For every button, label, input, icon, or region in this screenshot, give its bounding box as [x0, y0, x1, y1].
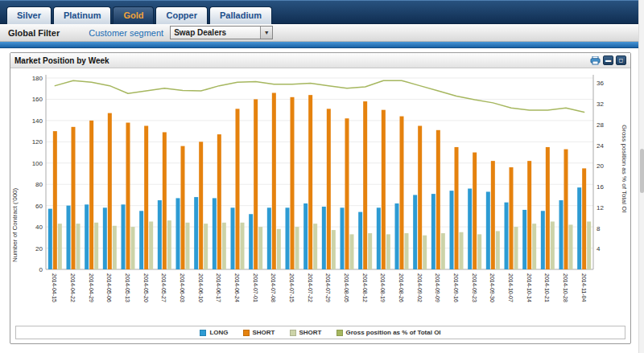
- svg-text:28: 28: [597, 121, 604, 129]
- svg-text:32: 32: [597, 101, 604, 108]
- tab-gold[interactable]: Gold: [113, 6, 154, 24]
- svg-text:2014-06-24: 2014-06-24: [234, 273, 240, 302]
- legend-label: Gross position as % of Total OI: [346, 329, 441, 336]
- svg-text:2014-11-04: 2014-11-04: [581, 273, 587, 302]
- customer-segment-label: Customer segment: [89, 28, 163, 38]
- svg-text:80: 80: [35, 181, 43, 188]
- panel-header: Market Position by Week ▬ ◻: [10, 53, 630, 68]
- svg-text:8: 8: [597, 225, 601, 232]
- svg-text:60: 60: [35, 203, 43, 210]
- svg-text:2014-09-02: 2014-09-02: [417, 273, 423, 302]
- svg-text:0: 0: [39, 266, 43, 273]
- legend-item: Gross position as % of Total OI: [336, 329, 441, 336]
- customer-segment-dropdown[interactable]: Swap Dealers ▼: [170, 26, 273, 39]
- global-filter-bar: Global Filter Customer segment Swap Deal…: [0, 24, 644, 42]
- market-chart-svg[interactable]: 0204060801001201401601804812162024283236…: [22, 70, 617, 324]
- legend-item: LONG: [200, 329, 228, 336]
- svg-text:2014-05-20: 2014-05-20: [143, 273, 149, 302]
- svg-text:2014-05-06: 2014-05-06: [106, 273, 112, 302]
- scrollbar[interactable]: [638, 0, 644, 353]
- tab-copper[interactable]: Copper: [155, 6, 208, 24]
- svg-text:140: 140: [32, 117, 43, 125]
- chart-area: Number of Contract ('000) 02040608010012…: [10, 68, 630, 324]
- legend-swatch: [336, 330, 343, 336]
- tab-silver[interactable]: Silver: [6, 6, 52, 24]
- legend-item: SHORT: [243, 329, 275, 336]
- tab-platinum[interactable]: Platinum: [53, 6, 111, 24]
- svg-text:120: 120: [32, 138, 43, 146]
- svg-text:180: 180: [32, 75, 43, 82]
- legend-label: LONG: [209, 329, 228, 336]
- svg-text:2014-04-15: 2014-04-15: [52, 273, 57, 302]
- svg-text:24: 24: [597, 142, 604, 150]
- left-axis-title: Number of Contract ('000): [11, 70, 22, 324]
- svg-text:100: 100: [32, 160, 43, 167]
- scrollbar-thumb[interactable]: [640, 149, 644, 193]
- chevron-down-icon[interactable]: ▼: [260, 27, 272, 39]
- svg-text:2014-08-19: 2014-08-19: [380, 273, 386, 302]
- svg-text:2014-06-03: 2014-06-03: [180, 273, 185, 302]
- svg-text:20: 20: [35, 245, 43, 252]
- svg-text:2014-09-16: 2014-09-16: [453, 273, 459, 302]
- svg-text:2014-09-30: 2014-09-30: [489, 273, 495, 302]
- svg-text:2014-10-14: 2014-10-14: [526, 273, 532, 302]
- legend-item: SHORT: [290, 329, 322, 336]
- right-axis-title: Gross position as % of Total OI: [617, 70, 628, 324]
- svg-text:2014-07-22: 2014-07-22: [308, 273, 313, 302]
- svg-text:20: 20: [597, 162, 604, 170]
- svg-text:40: 40: [35, 224, 43, 231]
- svg-text:2014-07-15: 2014-07-15: [289, 273, 295, 302]
- print-icon[interactable]: [589, 55, 601, 65]
- legend-label: SHORT: [253, 329, 275, 336]
- accent-bar: [0, 42, 644, 48]
- svg-text:2014-04-22: 2014-04-22: [70, 273, 76, 302]
- svg-text:2014-04-29: 2014-04-29: [89, 273, 94, 302]
- svg-text:2014-09-09: 2014-09-09: [435, 273, 440, 302]
- global-filter-title: Global Filter: [8, 28, 60, 38]
- svg-text:2014-06-17: 2014-06-17: [216, 273, 221, 302]
- legend-label: SHORT: [299, 329, 322, 336]
- legend-swatch: [200, 330, 206, 336]
- svg-text:2014-08-26: 2014-08-26: [398, 273, 404, 302]
- svg-text:2014-07-08: 2014-07-08: [270, 273, 276, 302]
- market-position-panel: Market Position by Week ▬ ◻ Number of Co…: [10, 52, 631, 344]
- svg-text:2014-10-07: 2014-10-07: [508, 273, 514, 302]
- legend-swatch: [243, 330, 250, 336]
- svg-text:2014-05-27: 2014-05-27: [161, 273, 167, 302]
- svg-text:2014-08-05: 2014-08-05: [344, 273, 349, 302]
- svg-text:16: 16: [597, 183, 604, 191]
- maximize-icon[interactable]: ◻: [616, 55, 626, 65]
- svg-text:2014-09-23: 2014-09-23: [472, 273, 477, 302]
- tab-bar: SilverPlatinumGoldCopperPalladium: [0, 0, 644, 24]
- svg-text:2014-08-12: 2014-08-12: [362, 273, 368, 302]
- svg-text:2014-07-29: 2014-07-29: [325, 273, 331, 302]
- tab-palladium[interactable]: Palladium: [209, 6, 272, 24]
- svg-text:36: 36: [597, 80, 604, 87]
- svg-text:4: 4: [597, 245, 601, 252]
- svg-text:2014-10-28: 2014-10-28: [563, 273, 568, 302]
- panel-window-buttons: ▬ ◻: [589, 55, 626, 65]
- svg-text:2014-06-10: 2014-06-10: [198, 273, 204, 302]
- svg-text:2014-05-13: 2014-05-13: [125, 273, 130, 302]
- svg-text:12: 12: [597, 204, 604, 211]
- legend-swatch: [290, 330, 296, 336]
- chart-legend: LONGSHORTSHORTGross position as % of Tot…: [15, 326, 625, 339]
- minimize-icon[interactable]: ▬: [603, 55, 613, 65]
- svg-text:160: 160: [32, 96, 43, 103]
- svg-text:2014-07-01: 2014-07-01: [253, 273, 258, 302]
- panel-title: Market Position by Week: [14, 56, 589, 65]
- svg-text:2014-10-21: 2014-10-21: [544, 273, 550, 302]
- customer-segment-value: Swap Dealers: [171, 28, 260, 37]
